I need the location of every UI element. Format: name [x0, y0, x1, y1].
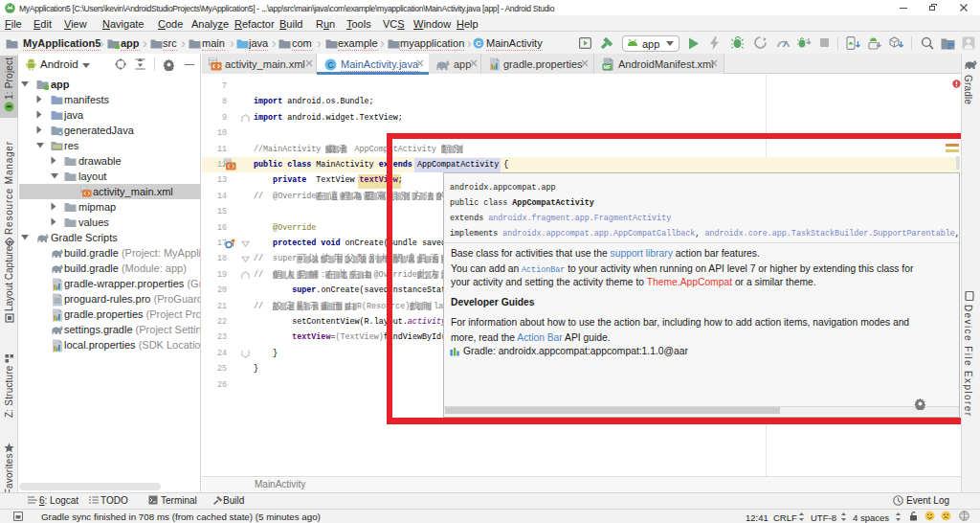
svg-text:C: C	[327, 59, 333, 69]
svg-text:MF: MF	[604, 64, 612, 70]
